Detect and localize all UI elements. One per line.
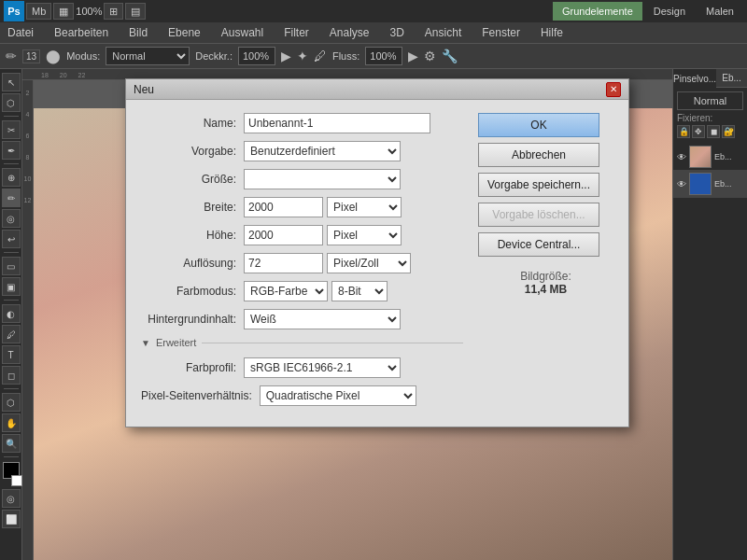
hoehe-input[interactable] bbox=[244, 225, 323, 245]
tool-type[interactable]: T bbox=[2, 345, 21, 364]
breite-group: Pixel bbox=[244, 197, 402, 217]
tool-zoom[interactable]: 🔍 bbox=[2, 434, 21, 453]
tool-eyedropper[interactable]: ✒ bbox=[2, 141, 21, 160]
dialog-titlebar[interactable]: Neu ✕ bbox=[126, 79, 628, 100]
background-color[interactable] bbox=[11, 475, 22, 486]
breite-unit-select[interactable]: Pixel bbox=[327, 197, 402, 217]
panel-tab-bar: Pinselvo... Eb... bbox=[673, 69, 747, 88]
tool-gradient[interactable]: ▣ bbox=[2, 277, 21, 296]
farbprofil-row: Farbprofil: sRGB IEC61966-2.1 bbox=[141, 357, 463, 378]
right-panel: Pinselvo... Eb... Normal Fixieren: 🔒 ✥ ◼… bbox=[672, 69, 747, 560]
top-icon-4[interactable]: ▤ bbox=[125, 3, 146, 20]
layer-name-2: Eb... bbox=[714, 179, 732, 189]
menu-datei[interactable]: Datei bbox=[4, 24, 37, 41]
brush-size-display: 13 bbox=[22, 49, 40, 63]
tool-lasso[interactable]: ⬡ bbox=[2, 93, 21, 112]
layer-item-blue[interactable]: 👁 Eb... bbox=[673, 171, 747, 198]
dialog-close-button[interactable]: ✕ bbox=[606, 82, 621, 97]
toolbar-sep-1 bbox=[4, 116, 19, 117]
layer-visibility-1[interactable]: 👁 bbox=[677, 152, 686, 162]
hintergrund-select[interactable]: Weiß bbox=[244, 309, 401, 329]
menu-auswahl[interactable]: Auswahl bbox=[218, 24, 267, 41]
workspace-malen[interactable]: Malen bbox=[697, 4, 743, 19]
extra-icon[interactable]: 🔧 bbox=[442, 49, 458, 63]
menu-ansicht[interactable]: Ansicht bbox=[421, 24, 465, 41]
aufloesung-unit-select[interactable]: Pixel/Zoll bbox=[327, 253, 411, 273]
farbmodus-bit-select[interactable]: 8-Bit bbox=[331, 281, 388, 301]
erweitert-arrow[interactable]: ▼ bbox=[141, 338, 150, 348]
move-icon[interactable]: ✥ bbox=[692, 125, 705, 138]
tool-mode[interactable]: ◎ bbox=[2, 489, 21, 508]
top-icon-3[interactable]: ⊞ bbox=[104, 3, 123, 20]
tool-eraser[interactable]: ▭ bbox=[2, 257, 21, 275]
menu-3d[interactable]: 3D bbox=[387, 24, 408, 41]
dialog-buttons: OK Abbrechen Vorgabe speichern... Vorgab… bbox=[478, 113, 613, 413]
top-icon-1[interactable]: Mb bbox=[26, 3, 51, 20]
settings-icon[interactable]: ⚙ bbox=[424, 49, 436, 63]
tool-dodge[interactable]: ◐ bbox=[2, 304, 21, 323]
hoehe-unit-select[interactable]: Pixel bbox=[327, 225, 402, 245]
tab-pinselvorlagen[interactable]: Pinselvo... bbox=[673, 69, 716, 88]
menu-ebene[interactable]: Ebene bbox=[164, 24, 204, 41]
name-input[interactable] bbox=[244, 113, 430, 133]
top-bar: Ps Mb ▦ 100% ⊞ ▤ Grundelemente Design Ma… bbox=[0, 0, 747, 22]
ok-button[interactable]: OK bbox=[478, 113, 599, 137]
dialog-title: Neu bbox=[134, 83, 154, 96]
workspace-design[interactable]: Design bbox=[644, 4, 695, 19]
tool-clone[interactable]: ◎ bbox=[2, 209, 21, 228]
lock-icon[interactable]: 🔒 bbox=[677, 125, 690, 138]
tool-select[interactable]: ↖ bbox=[2, 73, 21, 91]
farbmodus-group: RGB-Farbe 8-Bit bbox=[244, 281, 388, 301]
abbrechen-button[interactable]: Abbrechen bbox=[478, 143, 599, 167]
erweitert-section: ▼ Erweitert bbox=[141, 337, 463, 348]
groesse-select[interactable] bbox=[244, 169, 401, 189]
hoehe-label: Höhe: bbox=[141, 229, 244, 242]
tool-healing[interactable]: ⊕ bbox=[2, 168, 21, 187]
tool-screen[interactable]: ⬜ bbox=[2, 510, 21, 528]
vorgabe-loeschen-button[interactable]: Vorgabe löschen... bbox=[478, 203, 599, 227]
pixel-select[interactable]: Quadratische Pixel bbox=[260, 385, 416, 406]
tool-pen[interactable]: 🖊 bbox=[2, 325, 21, 343]
farbprofil-select[interactable]: sRGB IEC61966-2.1 bbox=[244, 357, 401, 378]
layer-visibility-2[interactable]: 👁 bbox=[677, 179, 686, 189]
left-toolbar: ↖ ⬡ ✂ ✒ ⊕ ✏ ◎ ↩ ▭ ▣ ◐ 🖊 T ◻ ⬡ ✋ 🔍 ◎ ⬜ bbox=[0, 69, 22, 560]
fluss-label: Fluss: bbox=[332, 50, 359, 62]
fill-icon[interactable]: ◼ bbox=[707, 125, 720, 138]
deckkr-input[interactable] bbox=[238, 47, 275, 65]
tool-history-brush[interactable]: ↩ bbox=[2, 230, 21, 248]
menu-fenster[interactable]: Fenster bbox=[478, 24, 524, 41]
top-icon-2[interactable]: ▦ bbox=[53, 3, 74, 20]
aufloesung-label: Auflösung: bbox=[141, 257, 244, 270]
menu-analyse[interactable]: Analyse bbox=[326, 24, 374, 41]
tab-ebenen[interactable]: Eb... bbox=[716, 69, 747, 88]
tablet-icon[interactable]: 🖊 bbox=[314, 49, 327, 63]
aufloesung-row: Auflösung: Pixel/Zoll bbox=[141, 253, 463, 273]
layer-item-photo[interactable]: 👁 Eb... bbox=[673, 144, 747, 171]
menu-filter[interactable]: Filter bbox=[280, 24, 313, 41]
breite-input[interactable] bbox=[244, 197, 323, 217]
deckkr-icon[interactable]: ▶ bbox=[281, 49, 291, 63]
groesse-row: Größe: bbox=[141, 169, 463, 189]
farbmodus-select[interactable]: RGB-Farbe bbox=[244, 281, 328, 301]
all-icon[interactable]: 🔐 bbox=[722, 125, 735, 138]
modus-select[interactable]: Normal bbox=[106, 47, 190, 65]
pixel-row: Pixel-Seitenverhältnis: Quadratische Pix… bbox=[141, 385, 463, 406]
device-central-button[interactable]: Device Central... bbox=[478, 232, 599, 257]
workspace-grundelemente[interactable]: Grundelemente bbox=[553, 2, 642, 21]
menu-hilfe[interactable]: Hilfe bbox=[537, 24, 567, 41]
vorgabe-select[interactable]: Benutzerdefiniert bbox=[244, 141, 401, 161]
tool-hand[interactable]: ✋ bbox=[2, 413, 21, 432]
fluss-icon[interactable]: ▶ bbox=[408, 49, 418, 63]
menu-bild[interactable]: Bild bbox=[125, 24, 151, 41]
aufloesung-input[interactable] bbox=[244, 253, 323, 273]
tool-path[interactable]: ◻ bbox=[2, 366, 21, 385]
menu-bearbeiten[interactable]: Bearbeiten bbox=[50, 24, 112, 41]
canvas-area: 18 20 22 2 4 6 8 10 12 Neu ✕ bbox=[22, 69, 672, 560]
airbrush-icon[interactable]: ✦ bbox=[297, 49, 308, 63]
fluss-input[interactable] bbox=[365, 47, 402, 65]
tool-brush[interactable]: ✏ bbox=[2, 189, 21, 207]
hoehe-row: Höhe: Pixel bbox=[141, 225, 463, 245]
tool-crop[interactable]: ✂ bbox=[2, 120, 21, 139]
vorgabe-speichern-button[interactable]: Vorgabe speichern... bbox=[478, 173, 599, 197]
tool-3d[interactable]: ⬡ bbox=[2, 393, 21, 412]
